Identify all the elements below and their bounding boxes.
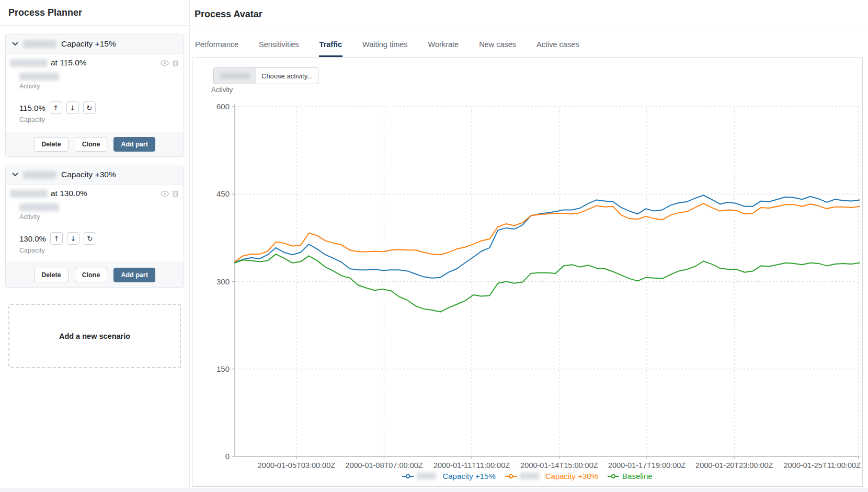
legend-item-capacity-30-[interactable]: Capacity +30% <box>505 472 598 480</box>
decrease-capacity-button[interactable]: ↓ <box>67 232 79 245</box>
delete-button[interactable]: Delete <box>34 137 68 152</box>
legend-name-redacted <box>520 473 539 479</box>
tab-traffic[interactable]: Traffic <box>319 40 343 57</box>
page-title-avatar: Process Avatar <box>195 9 262 20</box>
delete-button[interactable]: Delete <box>34 268 68 282</box>
svg-text:2000-01-11T11:00:00Z: 2000-01-11T11:00:00Z <box>433 461 510 470</box>
svg-text:450: 450 <box>216 189 230 198</box>
scenario-card: Capacity +30% at 130.0% Activity <box>5 165 184 288</box>
part-value-text: at 130.0% <box>51 189 87 198</box>
chevron-down-icon[interactable] <box>12 173 18 177</box>
chart-legend: Capacity +15% Capacity +30% Baseline <box>192 472 862 480</box>
clone-button[interactable]: Clone <box>75 137 108 152</box>
legend-item-capacity-15-[interactable]: Capacity +15% <box>402 472 495 480</box>
eye-icon[interactable] <box>161 60 169 66</box>
process-planner-panel: Process Planner Capacity +15% at 115.0% <box>0 0 190 492</box>
scenario-part-body: Activity 115.0% ↑ ↓ ↻ Capacity <box>6 71 184 132</box>
svg-text:600: 600 <box>216 102 230 111</box>
clone-button[interactable]: Clone <box>75 268 108 282</box>
add-part-button[interactable]: Add part <box>113 268 155 282</box>
svg-text:2000-01-05T03:00:00Z: 2000-01-05T03:00:00Z <box>258 461 335 470</box>
activity-field-label: Activity <box>19 83 177 90</box>
part-value-text: at 115.0% <box>51 58 87 67</box>
part-name-redacted <box>10 59 48 67</box>
scenario-list: Capacity +15% at 115.0% Activity <box>0 26 189 288</box>
svg-text:0: 0 <box>225 452 230 461</box>
chart-card: Choose activity... Activity 015030045060… <box>192 58 863 487</box>
increase-capacity-button[interactable]: ↑ <box>50 232 63 245</box>
main-header: Process Avatar <box>190 0 868 29</box>
reset-capacity-button[interactable]: ↻ <box>83 101 96 114</box>
svg-text:2000-01-17T19:00:00Z: 2000-01-17T19:00:00Z <box>608 461 686 470</box>
scenario-name-redacted <box>23 171 56 179</box>
tab-waiting-times[interactable]: Waiting times <box>362 40 408 57</box>
tab-new-cases[interactable]: New cases <box>478 40 517 57</box>
capacity-field-label: Capacity <box>19 116 177 123</box>
traffic-chart: 01503004506002000-01-05T03:00:00Z2000-01… <box>192 58 862 471</box>
scenario-part-body: Activity 130.0% ↑ ↓ ↻ Capacity <box>6 201 184 262</box>
add-scenario-button[interactable]: Add a new scenario <box>8 304 181 368</box>
tab-bar: Performance Sensitivities Traffic Waitin… <box>190 29 868 57</box>
scenario-part-row: at 130.0% <box>6 185 184 201</box>
activity-name-redacted <box>19 73 59 81</box>
part-name-redacted <box>10 190 48 198</box>
svg-text:150: 150 <box>216 364 230 373</box>
legend-label: Capacity +30% <box>545 472 598 480</box>
sidebar-header: Process Planner <box>0 0 189 26</box>
tab-performance[interactable]: Performance <box>195 40 239 57</box>
scenario-name-redacted <box>23 40 56 48</box>
scenario-card-header[interactable]: Capacity +30% <box>6 165 184 185</box>
legend-marker-icon <box>402 474 414 479</box>
page-title-planner: Process Planner <box>8 7 82 18</box>
legend-label: Baseline <box>622 472 653 480</box>
scenario-part-row: at 115.0% <box>6 54 184 71</box>
legend-name-redacted <box>417 473 436 479</box>
svg-text:2000-01-25T11:00:00Z: 2000-01-25T11:00:00Z <box>784 461 861 470</box>
tab-workrate[interactable]: Workrate <box>428 40 460 57</box>
capacity-value: 115.0% <box>19 104 45 112</box>
trash-icon[interactable] <box>173 190 178 197</box>
svg-text:2000-01-20T23:00:00Z: 2000-01-20T23:00:00Z <box>695 461 773 470</box>
scenario-title: Capacity +15% <box>61 39 116 49</box>
svg-text:2000-01-14T15:00:00Z: 2000-01-14T15:00:00Z <box>520 461 598 470</box>
svg-text:2000-01-08T07:00:00Z: 2000-01-08T07:00:00Z <box>345 461 422 470</box>
svg-text:300: 300 <box>216 277 230 286</box>
legend-label: Capacity +15% <box>442 472 495 480</box>
activity-field-label: Activity <box>19 213 177 221</box>
trash-icon[interactable] <box>173 60 178 66</box>
eye-icon[interactable] <box>161 191 169 197</box>
tab-sensitivities[interactable]: Sensitivities <box>258 40 300 57</box>
increase-capacity-button[interactable]: ↑ <box>50 101 62 114</box>
legend-marker-icon <box>608 474 619 479</box>
scenario-title: Capacity +30% <box>61 170 116 179</box>
legend-item-baseline[interactable]: Baseline <box>608 472 653 480</box>
legend-marker-icon <box>505 474 517 479</box>
process-avatar-panel: Process Avatar Performance Sensitivities… <box>190 0 868 492</box>
tab-active-cases[interactable]: Active cases <box>536 40 579 57</box>
activity-name-redacted <box>19 203 59 211</box>
bottom-strip <box>0 488 868 492</box>
add-part-button[interactable]: Add part <box>113 137 155 152</box>
decrease-capacity-button[interactable]: ↓ <box>66 101 79 114</box>
scenario-card-header[interactable]: Capacity +15% <box>6 35 184 54</box>
reset-capacity-button[interactable]: ↻ <box>84 232 96 245</box>
scenario-card: Capacity +15% at 115.0% Activity <box>5 34 184 157</box>
capacity-value: 130.0% <box>19 234 46 243</box>
chevron-down-icon[interactable] <box>12 42 18 46</box>
scenario-card-footer: Delete Clone Add part <box>6 132 184 156</box>
add-scenario-label: Add a new scenario <box>59 332 130 340</box>
capacity-field-label: Capacity <box>19 247 177 254</box>
scenario-card-footer: Delete Clone Add part <box>6 262 184 287</box>
